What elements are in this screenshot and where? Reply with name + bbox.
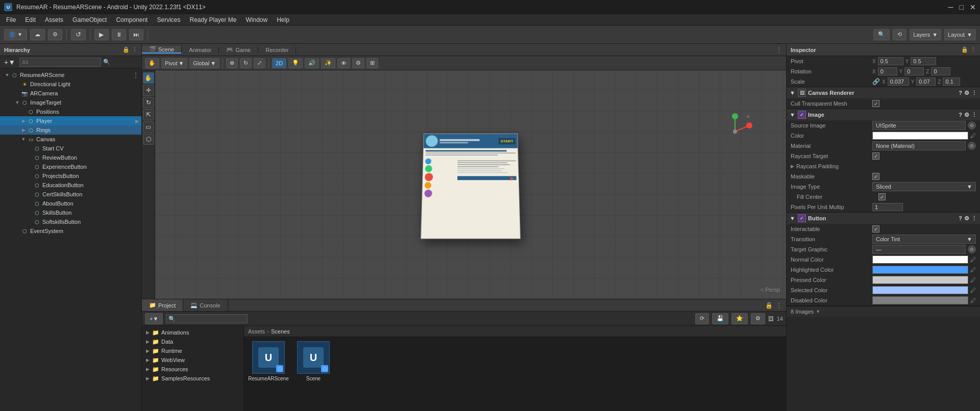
fill-center-checkbox[interactable]: ✓ <box>878 193 886 200</box>
rotation-y-input[interactable] <box>904 67 924 75</box>
scene-tabs-menu-icon[interactable]: ⋮ <box>772 46 786 54</box>
layout-dropdown[interactable]: Layout ▼ <box>944 29 976 40</box>
tree-item-skills-button[interactable]: ⬡ SkillsButton <box>0 208 141 217</box>
scale-x-input[interactable] <box>888 78 909 86</box>
history-button[interactable]: ⟲ <box>893 29 906 40</box>
maskable-checkbox[interactable]: ✓ <box>872 173 879 180</box>
canvas-renderer-header[interactable]: ▼ 🖼 Canvas Renderer ? ⚙ ⋮ <box>787 87 980 98</box>
collab-button[interactable]: ⚙ <box>48 29 62 40</box>
hidden-objects-button[interactable]: 👁 <box>337 58 350 68</box>
tree-item-eventsystem[interactable]: ⬡ EventSystem <box>0 226 141 236</box>
grid-button[interactable]: ⊞ <box>366 58 378 68</box>
tree-item-positions[interactable]: ⬡ Positions <box>0 107 141 116</box>
transform-tool[interactable]: ⬡ <box>143 134 154 145</box>
context-menu-icon[interactable]: ⋮ <box>132 71 139 79</box>
rotate-tool[interactable]: ↻ <box>143 97 154 108</box>
filter-button[interactable]: ⚙ <box>751 313 765 324</box>
maximize-button[interactable]: □ <box>960 3 964 11</box>
scale-z-input[interactable] <box>943 78 960 86</box>
pivot-y-input[interactable] <box>911 57 936 65</box>
cull-transparent-checkbox[interactable]: ✓ <box>872 100 879 107</box>
material-field[interactable]: None (Material) <box>872 141 966 150</box>
tree-item-start-cv[interactable]: ⬡ Start CV <box>0 144 141 153</box>
hand-tool-button[interactable]: ✋ <box>145 58 159 68</box>
tab-game[interactable]: 🎮 Game <box>219 46 258 53</box>
image-header[interactable]: ▼ ✓ Image ? ⚙ ⋮ <box>787 109 980 120</box>
tree-item-certskills-button[interactable]: ⬡ CertSkillsButton <box>0 190 141 199</box>
window-controls[interactable]: ─ □ ✕ <box>948 3 976 11</box>
scene-object-resume[interactable]: START <box>421 134 521 239</box>
material-picker[interactable]: ⊙ <box>968 142 976 150</box>
overflow-icon[interactable]: ⋮ <box>971 90 977 96</box>
pivot-x-input[interactable] <box>878 57 903 65</box>
bottom-lock-icon[interactable]: 🔒 <box>765 302 773 309</box>
menu-component[interactable]: Component <box>112 15 152 24</box>
normal-color-swatch[interactable] <box>872 255 968 264</box>
menu-assets[interactable]: Assets <box>41 15 67 24</box>
highlighted-color-edit-icon[interactable]: 🖊 <box>970 267 976 273</box>
overflow-icon[interactable]: ⋮ <box>971 215 977 222</box>
add-hierarchy-button[interactable]: +▼ <box>2 58 17 66</box>
help-icon[interactable]: ? <box>959 90 962 96</box>
target-graphic-picker[interactable]: ⊙ <box>968 245 976 253</box>
help-icon[interactable]: ? <box>959 215 962 222</box>
list-item[interactable]: U ⬡ ResumeARScene <box>248 341 289 387</box>
step-button[interactable]: ⏭ <box>129 29 143 40</box>
hierarchy-menu-icon[interactable]: ⋮ <box>132 46 137 53</box>
layers-dropdown[interactable]: Layers ▼ <box>910 29 941 40</box>
file-tree-item-animations[interactable]: ▶ 📁 Animations <box>142 328 243 337</box>
expand-icon[interactable]: ▶ <box>791 164 794 169</box>
hierarchy-search-input[interactable] <box>19 58 101 67</box>
audio-button[interactable]: 🔊 <box>305 58 319 68</box>
raycast-target-checkbox[interactable]: ✓ <box>872 152 879 160</box>
tree-item-rings[interactable]: ▶ ⬡ Rings <box>0 125 141 135</box>
tree-item-experience-button[interactable]: ⬡ ExperienceButton <box>0 162 141 171</box>
file-tree-item-webview[interactable]: ▶ 📁 WebView <box>142 355 243 365</box>
image-type-dropdown[interactable]: Sliced ▼ <box>872 182 976 191</box>
file-tree-item-samples-resources[interactable]: ▶ 📁 SamplesResources <box>142 374 243 383</box>
menu-ready-player-me[interactable]: Ready Player Me <box>185 15 240 24</box>
source-image-picker[interactable]: ⊙ <box>968 121 976 130</box>
pause-button[interactable]: ⏸ <box>112 29 126 40</box>
disabled-color-edit-icon[interactable]: 🖊 <box>970 297 976 303</box>
tab-recorder[interactable]: Recorder <box>258 47 296 53</box>
transition-dropdown[interactable]: Color Tint ▼ <box>872 235 976 244</box>
2d-toggle[interactable]: 2D <box>272 58 286 68</box>
menu-edit[interactable]: Edit <box>21 15 40 24</box>
scene-viewport[interactable]: START <box>155 70 786 299</box>
breadcrumb-assets[interactable]: Assets <box>248 328 265 335</box>
normal-color-edit-icon[interactable]: 🖊 <box>970 256 976 263</box>
tree-item-education-button[interactable]: ⬡ EducationButton <box>0 181 141 190</box>
rect-tool[interactable]: ▭ <box>143 121 154 133</box>
help-icon[interactable]: ? <box>959 112 962 118</box>
tab-project[interactable]: 📁 Project <box>142 299 183 311</box>
button-header[interactable]: ▼ ✓ Button ? ⚙ ⋮ <box>787 213 980 224</box>
rotate-tool-button[interactable]: ↻ <box>240 58 252 68</box>
effects-button[interactable]: ✨ <box>321 58 335 68</box>
list-item[interactable]: U ⬡ Scene <box>293 341 334 387</box>
scale-link-icon[interactable]: 🔗 <box>872 78 880 85</box>
tab-console[interactable]: 💻 Console <box>183 299 228 311</box>
selected-color-swatch[interactable] <box>872 286 968 294</box>
tree-item-player[interactable]: ▶ ⬡ Player ▶ <box>0 116 141 125</box>
rotation-x-input[interactable] <box>878 67 897 75</box>
star-button[interactable]: ⭐ <box>731 313 748 324</box>
unity-account-button[interactable]: 👤 ▼ <box>4 29 27 40</box>
scale-tool[interactable]: ⇱ <box>143 109 154 120</box>
global-dropdown[interactable]: Global ▼ <box>189 58 219 68</box>
cloud-button[interactable]: ☁ <box>30 29 45 40</box>
source-image-field[interactable]: UISprite <box>872 121 966 130</box>
pivot-dropdown[interactable]: Pivot ▼ <box>161 58 187 68</box>
bottom-menu-icon[interactable]: ⋮ <box>776 302 782 309</box>
search-button[interactable]: 🔍 <box>873 29 890 40</box>
color-swatch[interactable] <box>872 132 968 140</box>
color-picker-icon[interactable]: 🖊 <box>970 133 976 139</box>
tab-animator[interactable]: Animator <box>182 47 219 53</box>
tree-item-arcamera[interactable]: 📷 ARCamera <box>0 89 141 98</box>
hand-tool[interactable]: ✋ <box>143 72 154 84</box>
pixels-per-unit-input[interactable] <box>872 203 903 211</box>
file-tree-item-runtime[interactable]: ▶ 📁 Runtime <box>142 346 243 355</box>
highlighted-color-swatch[interactable] <box>872 266 968 274</box>
tree-item-about-button[interactable]: ⬡ AboutButton <box>0 199 141 208</box>
file-tree-item-resources[interactable]: ▶ 📁 Resources <box>142 365 243 374</box>
